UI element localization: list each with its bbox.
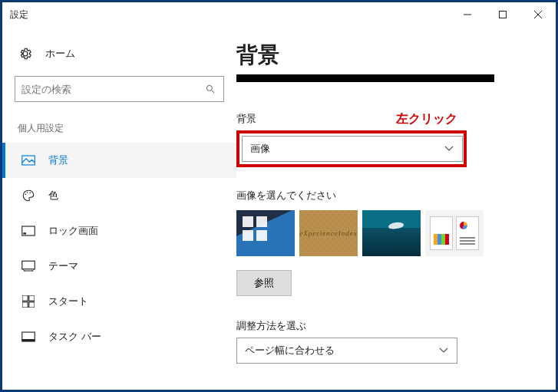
sidebar-item-label: 色	[48, 189, 58, 203]
page-title: 背景	[236, 41, 537, 70]
sidebar-item-lockscreen[interactable]: ロック画面	[2, 213, 236, 249]
choose-image-label: 画像を選んでください	[236, 189, 537, 203]
minimize-icon	[464, 11, 471, 18]
palette-icon	[21, 189, 36, 203]
wallpaper-thumb-cork[interactable]: eXperienceIndex	[299, 210, 358, 256]
settings-search[interactable]	[15, 76, 224, 102]
svg-rect-0	[500, 12, 507, 18]
theme-icon	[21, 260, 36, 272]
wallpaper-thumb-ocean[interactable]	[362, 210, 421, 256]
maximize-icon	[499, 11, 507, 18]
browse-button[interactable]: 参照	[236, 270, 292, 296]
sidebar-section-label: 個人用設定	[2, 116, 236, 143]
tutorial-annotation: 左クリック	[396, 111, 457, 127]
sidebar-item-label: 背景	[48, 153, 68, 167]
picture-icon	[21, 155, 36, 166]
svg-point-4	[27, 192, 28, 193]
sidebar-item-color[interactable]: 色	[2, 178, 236, 213]
close-icon	[534, 11, 542, 18]
lockscreen-icon	[21, 226, 36, 236]
fit-method-label: 調整方法を選ぶ	[236, 319, 537, 333]
svg-point-1	[206, 85, 212, 91]
taskbar-icon	[21, 331, 36, 342]
minimize-button[interactable]	[450, 2, 485, 27]
search-icon	[203, 84, 217, 94]
search-input[interactable]	[21, 84, 203, 95]
svg-point-5	[30, 193, 31, 194]
wallpaper-thumb-windows10[interactable]	[236, 210, 295, 256]
settings-window: 設定 ホーム	[0, 0, 558, 392]
chevron-down-icon	[438, 348, 449, 354]
close-button[interactable]	[520, 2, 556, 27]
chart-sheet-icon	[456, 216, 479, 250]
svg-rect-10	[29, 295, 35, 301]
dropdown-value: ページ幅に合わせる	[245, 344, 335, 357]
sidebar-item-label: スタート	[48, 295, 88, 308]
sidebar-item-label: テーマ	[48, 259, 78, 273]
chevron-down-icon	[444, 146, 454, 152]
maximize-button[interactable]	[485, 2, 520, 27]
chart-sheet-icon	[430, 216, 453, 250]
svg-rect-11	[22, 302, 28, 308]
svg-rect-9	[22, 295, 28, 301]
background-type-dropdown[interactable]: 画像	[242, 136, 463, 162]
wallpaper-cork-text: eXperienceIndex	[299, 210, 358, 256]
sidebar-item-background[interactable]: 背景	[2, 143, 236, 178]
home-button[interactable]: ホーム	[2, 42, 236, 65]
gear-icon	[18, 47, 33, 61]
svg-point-3	[25, 194, 27, 196]
title-underline	[236, 74, 494, 82]
sidebar-item-label: ロック画面	[48, 224, 98, 238]
start-icon	[21, 295, 36, 308]
titlebar: 設定	[2, 2, 556, 27]
svg-rect-7	[23, 232, 26, 234]
window-body: ホーム 個人用設定 背景 色	[2, 27, 556, 390]
fit-method-dropdown[interactable]: ページ幅に合わせる	[236, 338, 457, 364]
sidebar-item-taskbar[interactable]: タスク バー	[2, 319, 236, 354]
sidebar-item-themes[interactable]: テーマ	[2, 249, 236, 284]
window-controls	[450, 2, 556, 27]
svg-rect-8	[22, 261, 35, 269]
sidebar: ホーム 個人用設定 背景 色	[2, 27, 236, 390]
wallpaper-thumbnails: eXperienceIndex	[236, 210, 537, 256]
home-label: ホーム	[45, 47, 75, 61]
svg-rect-14	[22, 339, 35, 341]
dropdown-value: 画像	[250, 142, 270, 156]
window-title: 設定	[2, 8, 28, 21]
content-pane: 背景 背景 左クリック 画像 画像を選んでください eXperienceInde…	[236, 27, 556, 390]
wallpaper-thumb-charts[interactable]	[425, 210, 484, 256]
tutorial-highlight: 画像	[236, 130, 467, 167]
background-field-label: 背景	[236, 112, 256, 126]
svg-rect-12	[29, 302, 35, 308]
sidebar-item-start[interactable]: スタート	[2, 284, 236, 319]
sidebar-item-label: タスク バー	[48, 330, 101, 344]
